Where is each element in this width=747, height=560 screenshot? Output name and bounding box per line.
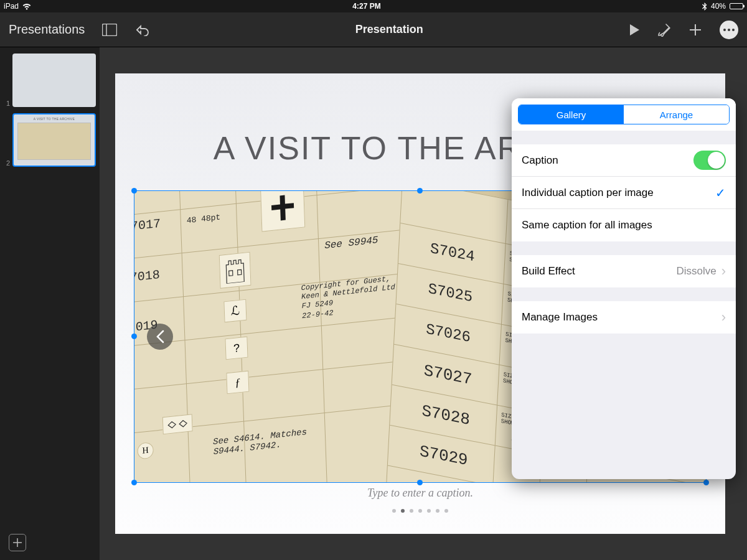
- resize-handle[interactable]: [417, 188, 423, 194]
- build-effect-row[interactable]: Build Effect Dissolve ›: [512, 255, 736, 287]
- play-icon[interactable]: [629, 24, 640, 36]
- tab-arrange[interactable]: Arrange: [624, 105, 729, 124]
- svg-point-6: [732, 29, 735, 31]
- svg-point-4: [723, 29, 726, 31]
- wifi-icon: [22, 3, 31, 10]
- battery-icon: [730, 3, 743, 9]
- slide-number: 1: [4, 100, 10, 107]
- document-title[interactable]: Presentation: [164, 23, 614, 36]
- resize-handle[interactable]: [417, 480, 423, 485]
- resize-handle[interactable]: [131, 334, 137, 339]
- caption-toggle-row[interactable]: Caption: [512, 144, 736, 177]
- device-label: iPad: [4, 2, 19, 11]
- gallery-caption-field[interactable]: Type to enter a caption.: [134, 487, 707, 500]
- slide-canvas[interactable]: A VISIT TO THE ARCHIVE: [100, 47, 747, 560]
- svg-point-5: [728, 29, 730, 31]
- tab-gallery[interactable]: Gallery: [519, 105, 624, 124]
- undo-icon[interactable]: [134, 24, 149, 36]
- more-icon[interactable]: [720, 21, 738, 39]
- clock: 4:27 PM: [31, 2, 702, 11]
- battery-percent: 40%: [711, 2, 726, 11]
- bluetooth-icon: [702, 2, 707, 11]
- format-popover: Gallery Arrange Caption Individual capti…: [512, 98, 736, 479]
- slide-thumb[interactable]: 1: [0, 54, 100, 107]
- same-caption-row[interactable]: Same caption for all images: [512, 209, 736, 241]
- gallery-page-dots[interactable]: [134, 504, 707, 515]
- cell-label: Caption: [522, 154, 693, 167]
- popover-tabs: Gallery Arrange: [518, 105, 730, 124]
- cell-label: Build Effect: [522, 265, 676, 278]
- status-bar: iPad 4:27 PM 40%: [0, 0, 747, 12]
- resize-handle[interactable]: [703, 480, 709, 485]
- toolbar: Presentations Presentation: [0, 12, 747, 47]
- resize-handle[interactable]: [131, 188, 137, 194]
- individual-caption-row[interactable]: Individual caption per image ✓: [512, 177, 736, 209]
- chevron-right-icon: ›: [721, 263, 726, 279]
- manage-images-row[interactable]: Manage Images ›: [512, 301, 736, 334]
- gallery-previous-button[interactable]: [147, 324, 173, 350]
- cell-label: Individual caption per image: [522, 187, 715, 199]
- resize-handle[interactable]: [131, 480, 137, 485]
- cell-label: Manage Images: [522, 311, 716, 324]
- slide-number: 2: [4, 159, 10, 167]
- cell-label: Same caption for all images: [522, 219, 726, 231]
- cell-value: Dissolve: [676, 265, 716, 278]
- add-slide-button[interactable]: [9, 534, 26, 551]
- checkmark-icon: ✓: [715, 185, 726, 200]
- chevron-right-icon: ›: [721, 309, 726, 325]
- svg-rect-0: [103, 24, 117, 35]
- toggle-switch[interactable]: [693, 151, 726, 170]
- slide-navigator: 1 2 A VISIT TO THE ARCHIVE: [0, 47, 100, 560]
- add-icon[interactable]: [688, 23, 702, 37]
- back-button[interactable]: Presentations: [9, 22, 85, 37]
- slide-thumb[interactable]: 2 A VISIT TO THE ARCHIVE: [0, 113, 100, 167]
- format-brush-icon[interactable]: [657, 23, 671, 37]
- view-mode-icon[interactable]: [102, 24, 117, 36]
